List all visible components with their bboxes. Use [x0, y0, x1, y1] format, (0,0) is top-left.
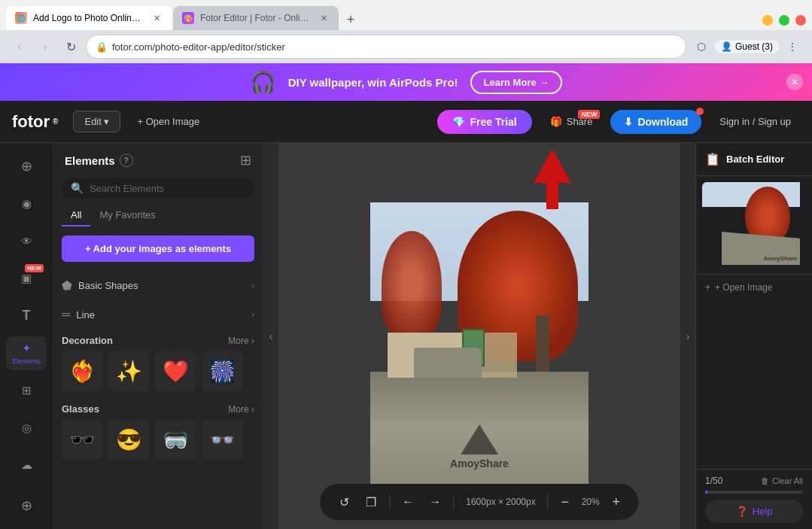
promo-banner: 🎧 DIY wallpaper, win AirPods Pro! Learn … [0, 63, 812, 101]
text-icon: T [23, 308, 31, 324]
tool-text[interactable]: T [6, 299, 47, 333]
elements-label: Elements [12, 357, 41, 365]
nav-refresh-btn[interactable]: ↻ [60, 36, 81, 57]
dimension-info: 1600px × 2000px [460, 497, 541, 507]
open-image-right-btn[interactable]: + + Open Image [696, 274, 812, 300]
right-thumbnail[interactable]: AmoyShare [702, 182, 806, 265]
elements-icon: ✦ [22, 342, 32, 355]
account-btn[interactable]: 👤 Guest (3) [715, 40, 779, 53]
tool-ai[interactable]: ◎ [6, 411, 47, 445]
sticker-heart-fire[interactable]: ❤️‍🔥 [62, 351, 102, 391]
open-image-header-btn[interactable]: + Open Image [129, 111, 207, 132]
progress-row: 1/50 🗑 Clear All [705, 476, 803, 486]
browser-tab-2[interactable]: 🎨 Fotor Editor | Fotor - Online... ✕ [173, 6, 339, 30]
help-btn[interactable]: ❓ Help [705, 500, 803, 523]
logo-text: fotor [12, 112, 50, 132]
collapse-handle[interactable]: ‹ [263, 321, 278, 351]
plus-icon: + [705, 282, 710, 293]
panel-grid-toggle[interactable]: ⊞ [240, 152, 251, 169]
tab-favicon-2: 🎨 [182, 12, 194, 24]
app-container: fotor® Edit ▾ + Open Image 💎 Free Trial … [0, 101, 812, 529]
glasses-more-btn[interactable]: More › [228, 404, 254, 415]
nav-forward-btn[interactable]: › [35, 36, 56, 57]
decoration-stickers: ❤️‍🔥 ✨ ❤️ 🎆 [53, 351, 263, 397]
diamond-icon: 💎 [452, 116, 465, 128]
account-icon: 👤 [721, 41, 732, 52]
undo-btn[interactable]: ← [396, 490, 420, 514]
signin-btn[interactable]: Sign in / Sign up [710, 111, 800, 132]
tab-close-2[interactable]: ✕ [318, 12, 330, 24]
zoom-minus-btn[interactable]: − [555, 491, 576, 512]
browser-tab-1[interactable]: 🌐 Add Logo to Photo Online for... ✕ [6, 6, 172, 30]
bottom-divider-1 [389, 494, 390, 509]
search-input[interactable] [90, 183, 245, 194]
watermark-text: AmoyShare [450, 458, 509, 470]
shapes-arrow: › [251, 281, 254, 291]
tool-cloud[interactable]: ☁ [6, 448, 47, 483]
window-close[interactable] [795, 15, 806, 26]
tool-frames[interactable]: ⊞ [6, 373, 47, 408]
sticker-sparkle[interactable]: ✨ [108, 351, 149, 391]
more-options-icon[interactable]: ⋮ [782, 36, 803, 57]
redo-btn[interactable]: → [423, 490, 447, 514]
trash-icon: 🗑 [761, 476, 769, 485]
edit-btn[interactable]: Edit ▾ [73, 111, 120, 132]
add-elements-btn[interactable]: + Add your images as elements [62, 236, 254, 262]
bottom-divider-3 [548, 494, 549, 509]
decoration-more-btn[interactable]: More › [228, 336, 254, 346]
left-panel: Elements ? ⊞ 🔍 All My Favorites + Add yo… [53, 143, 263, 529]
rotate-btn[interactable]: ↺ [332, 490, 356, 514]
address-bar[interactable]: 🔒 fotor.com/photo-editor-app/editor/stic… [86, 35, 686, 59]
address-text: fotor.com/photo-editor-app/editor/sticke… [112, 41, 285, 53]
watermark: AmoyShare [450, 424, 509, 470]
browser-tabs-bar: 🌐 Add Logo to Photo Online for... ✕ 🎨 Fo… [0, 0, 812, 30]
window-minimize[interactable] [762, 15, 773, 26]
open-image-label: + Open Image [137, 116, 199, 127]
tool-elements[interactable]: ✦ Elements [6, 336, 47, 371]
window-maximize[interactable] [779, 15, 789, 26]
batch-editor-label: Batch Editor [726, 154, 784, 165]
free-trial-label: Free Trial [470, 116, 516, 128]
app-body: ⊕ ◉ 👁 ▣ NEW T ✦ Elements ⊞ ◎ [0, 143, 812, 529]
line-row[interactable]: ═ Line › [53, 300, 263, 329]
fotor-logo: fotor® [12, 112, 58, 132]
tab-all[interactable]: All [62, 205, 90, 226]
tool-more[interactable]: ⊕ [6, 488, 47, 523]
sticker-firework[interactable]: 🎆 [202, 351, 242, 391]
glasses-4[interactable]: 👓 [202, 419, 242, 460]
glasses-3[interactable]: 🥽 [155, 419, 196, 460]
free-trial-btn[interactable]: 💎 Free Trial [437, 110, 531, 134]
crop-btn[interactable]: ❐ [359, 490, 383, 514]
panel-help-btn[interactable]: ? [120, 154, 133, 167]
filter-icon: ◉ [22, 197, 32, 211]
cast-icon[interactable]: ⬡ [691, 36, 712, 57]
glasses-1[interactable]: 🕶️ [62, 419, 102, 460]
glasses-2[interactable]: 😎 [108, 419, 149, 460]
tab-close-1[interactable]: ✕ [151, 12, 163, 24]
basic-shapes-row[interactable]: ⬟ Basic Shapes › [53, 271, 263, 300]
download-btn[interactable]: ⬇ Download [610, 110, 701, 134]
clear-all-btn[interactable]: 🗑 Clear All [761, 476, 803, 485]
shapes-label: Basic Shapes [78, 280, 138, 291]
download-icon: ⬇ [624, 116, 633, 128]
nav-back-btn[interactable]: ‹ [9, 36, 30, 57]
tool-adjust[interactable]: ⊕ [6, 149, 47, 184]
progress-bar-fill [705, 491, 707, 494]
new-tab-btn[interactable]: + [340, 9, 361, 30]
banner-close-btn[interactable]: ✕ [786, 74, 803, 90]
tool-filter[interactable]: ◉ [6, 187, 47, 221]
banner-text: DIY wallpaper, win AirPods Pro! [288, 76, 458, 89]
tab-favorites[interactable]: My Favorites [90, 205, 164, 226]
share-btn[interactable]: 🎁 Share NEW [541, 111, 602, 132]
sticker-hearts[interactable]: ❤️ [155, 351, 196, 391]
expand-right-handle[interactable]: › [680, 321, 695, 351]
share-new-badge: NEW [578, 110, 600, 119]
thumb-autumn: AmoyShare [702, 182, 800, 265]
tool-layers[interactable]: ▣ NEW [6, 261, 47, 296]
zoom-plus-btn[interactable]: + [606, 491, 627, 512]
tool-retouch[interactable]: 👁 [6, 223, 47, 258]
extensions-area: ⬡ 👤 Guest (3) ⋮ [691, 36, 803, 57]
left-toolbar: ⊕ ◉ 👁 ▣ NEW T ✦ Elements ⊞ ◎ [0, 143, 53, 529]
glasses-title: Glasses [62, 403, 99, 415]
banner-cta-btn[interactable]: Learn More → [470, 71, 563, 94]
